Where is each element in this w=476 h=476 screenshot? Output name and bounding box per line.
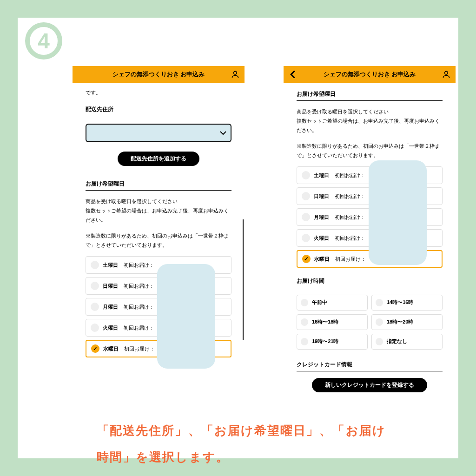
nav-bar: シェフの無添つくりおき お申込み: [73, 66, 245, 83]
day-sub: 初回お届け：: [335, 255, 366, 264]
day-name: 火曜日: [103, 324, 118, 332]
day-help-2: 複数セットご希望の場合は、お申込み完了後、再度お申込みください。: [297, 117, 443, 135]
radio-icon: [376, 318, 383, 326]
time-slot-label: 16時〜18時: [312, 317, 338, 326]
day-sub: 初回お届け：: [335, 192, 365, 201]
section-cc-label: クレジットカード情報: [297, 360, 443, 371]
day-name: 月曜日: [103, 303, 118, 311]
day-sub: 初回お届け：: [124, 282, 154, 291]
day-sub: 初回お届け：: [124, 261, 154, 270]
radio-icon: [301, 318, 308, 326]
time-slot-option[interactable]: 指定なし: [371, 334, 443, 350]
scrollbar[interactable]: [243, 219, 244, 340]
svg-point-0: [234, 71, 237, 74]
time-slot-label: 指定なし: [387, 337, 407, 346]
radio-icon: [302, 234, 310, 242]
radio-icon: [302, 213, 310, 221]
time-slot-label: 18時〜20時: [387, 317, 413, 326]
radio-icon: [301, 299, 308, 306]
day-name: 土曜日: [314, 171, 329, 180]
day-note: ※製造数に限りがあるため、初回のお申込みは「一世帯２枠まで」とさせていただいてお…: [86, 231, 231, 250]
step-number: 4: [38, 28, 50, 53]
section-time-label: お届け時間: [297, 276, 443, 288]
day-sub: 初回お届け：: [124, 344, 155, 353]
time-slot-option[interactable]: 16時〜18時: [297, 314, 368, 330]
radio-icon: [91, 261, 99, 269]
radio-icon: [91, 324, 99, 332]
day-help-1: 商品を受け取る曜日を選択してください: [297, 107, 443, 117]
radio-icon: [91, 282, 99, 290]
radio-icon: [301, 338, 308, 345]
time-slot-option[interactable]: 18時〜20時: [371, 314, 443, 330]
add-cc-button[interactable]: 新しいクレジットカードを登録する: [312, 378, 427, 392]
day-sub: 初回お届け：: [124, 303, 154, 311]
chevron-down-icon: [219, 125, 227, 141]
time-slot-label: 19時〜21時: [312, 337, 338, 346]
radio-icon: [91, 344, 99, 353]
time-slot-option[interactable]: 19時〜21時: [297, 334, 368, 350]
step-badge: 4: [25, 22, 62, 60]
radio-icon: [376, 299, 383, 306]
user-icon[interactable]: [442, 66, 451, 83]
day-help-1: 商品を受け取る曜日を選択してください: [86, 197, 231, 206]
day-note: ※製造数に限りがあるため、初回のお申込みは「一世帯２枠まで」とさせていただいてお…: [297, 142, 443, 160]
day-name: 月曜日: [314, 213, 329, 222]
add-address-button[interactable]: 配送先住所を追加する: [118, 152, 199, 166]
time-slot-label: 午前中: [312, 298, 327, 307]
day-help-2: 複数セットご希望の場合は、お申込み完了後、再度お申込みください。: [86, 206, 231, 225]
time-slot-grid: 午前中14時〜16時16時〜18時18時〜20時19時〜21時指定なし: [297, 295, 443, 350]
day-sub: 初回お届け：: [124, 324, 154, 332]
day-name: 火曜日: [314, 234, 329, 243]
user-icon[interactable]: [231, 66, 240, 83]
back-icon[interactable]: [288, 66, 298, 83]
address-dropdown[interactable]: [86, 124, 231, 142]
section-address-label: 配送先住所: [86, 105, 231, 116]
svg-point-1: [445, 71, 448, 74]
day-name: 水曜日: [103, 344, 119, 353]
nav-bar: シェフの無添つくりおき お申込み: [284, 66, 456, 83]
day-name: 日曜日: [103, 282, 118, 291]
canvas: シェフの無添つくりおき お申込み です。 配送先住所 配送先住所を追加する お届…: [18, 18, 458, 458]
radio-icon: [91, 303, 99, 311]
overlay-blob: [157, 264, 215, 369]
time-slot-option[interactable]: 午前中: [297, 295, 368, 311]
section-day-label: お届け希望曜日: [86, 179, 231, 191]
page-title: シェフの無添つくりおき お申込み: [112, 71, 205, 79]
day-name: 日曜日: [314, 192, 329, 201]
section-day-label: お届け希望曜日: [297, 89, 443, 101]
day-sub: 初回お届け：: [335, 213, 365, 222]
radio-icon: [302, 192, 310, 200]
time-slot-label: 14時〜16時: [387, 298, 413, 307]
radio-icon: [376, 338, 383, 345]
time-slot-option[interactable]: 14時〜16時: [371, 295, 443, 311]
day-name: 水曜日: [314, 255, 330, 264]
page-title: シェフの無添つくりおき お申込み: [324, 71, 416, 79]
overlay-blob: [369, 160, 427, 265]
day-name: 土曜日: [103, 261, 118, 270]
day-sub: 初回お届け：: [335, 234, 365, 243]
radio-icon: [302, 255, 311, 263]
instruction-caption: 「配送先住所」、「お届け希望曜日」、「お届け時間」を選択します。: [97, 417, 398, 470]
day-sub: 初回お届け：: [335, 171, 365, 180]
trailing-text: です。: [86, 88, 231, 97]
radio-icon: [302, 171, 310, 179]
